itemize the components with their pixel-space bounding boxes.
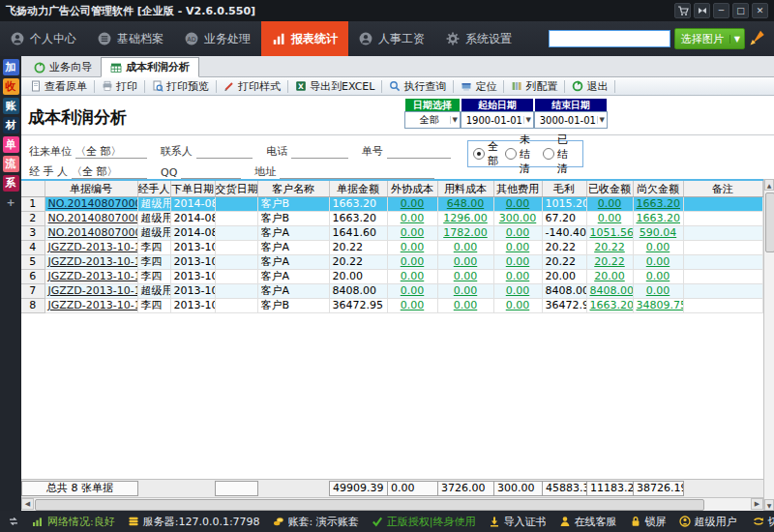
cell-received[interactable]: 1051.56	[586, 226, 633, 241]
cell-other_cost[interactable]: 0.00	[493, 299, 542, 313]
cell-out_cost[interactable]: 0.00	[387, 212, 437, 226]
sidebar-item-system[interactable]: 系	[3, 175, 19, 192]
cell-material_cost[interactable]: 0.00	[437, 299, 493, 313]
status-online-service[interactable]: 在线客服	[559, 515, 617, 529]
column-header-received[interactable]: 已收金额	[586, 181, 633, 197]
status-switch-user[interactable]: 切换用户	[753, 515, 774, 529]
phone-field[interactable]	[291, 144, 348, 159]
column-header-order_date[interactable]: 下单日期	[170, 181, 215, 197]
column-header-no[interactable]	[21, 181, 45, 197]
contact-field[interactable]	[196, 144, 253, 159]
cell-material_cost[interactable]: 0.00	[437, 270, 493, 284]
cell-material_cost[interactable]: 0.00	[437, 284, 493, 299]
nav-tab-base-archives[interactable]: 基础档案	[87, 21, 174, 56]
radio-全部[interactable]	[473, 148, 485, 160]
cell-material_cost[interactable]: 1782.00	[437, 226, 493, 241]
cell-out_cost[interactable]: 0.00	[387, 299, 437, 313]
cell-id[interactable]: NO.201408070003	[45, 197, 137, 212]
column-header-other_cost[interactable]: 其他费用	[493, 181, 542, 197]
nav-tab-business-process[interactable]: AD业务处理	[174, 21, 261, 56]
vertical-scroll-thumb[interactable]	[765, 192, 774, 252]
chevron-down-icon[interactable]: ▼	[523, 116, 531, 124]
radio-未结清[interactable]	[505, 148, 517, 160]
titlebar-close-button[interactable]: ✕	[752, 3, 768, 18]
table-row[interactable]: 3NO.201408070001超级用2014-08-0客户A1641.600.…	[21, 226, 762, 241]
cell-received[interactable]: 0.00	[586, 197, 633, 212]
table-row[interactable]: 5JGZZD-2013-10-14-008李四2013-10-1客户A20.22…	[21, 255, 762, 270]
cell-received[interactable]: 20.00	[586, 270, 633, 284]
column-header-delivery_date[interactable]: 交货日期	[215, 181, 257, 197]
cell-owed[interactable]: 1663.20	[633, 212, 683, 226]
cell-owed[interactable]: 0.00	[633, 241, 683, 255]
cell-out_cost[interactable]: 0.00	[387, 197, 437, 212]
cell-other_cost[interactable]: 0.00	[493, 255, 542, 270]
cell-owed[interactable]: 0.00	[633, 270, 683, 284]
status-import-cert[interactable]: 导入证书	[489, 515, 547, 529]
sidebar-item-account[interactable]: 账	[3, 98, 19, 114]
status-lock-screen[interactable]: 锁屏	[630, 515, 667, 529]
horn-icon[interactable]	[749, 29, 766, 49]
tab-cost-profit-analysis[interactable]: 成本利润分析	[101, 57, 199, 77]
cell-id[interactable]: NO.201408070001	[45, 226, 137, 241]
cell-received[interactable]: 1663.20	[586, 299, 633, 313]
counterparty-field[interactable]: 〈全 部〉	[75, 144, 147, 159]
cell-out_cost[interactable]: 0.00	[387, 284, 437, 299]
column-header-customer[interactable]: 客户名称	[257, 181, 329, 197]
table-row[interactable]: 1NO.201408070003超级用2014-08-0客户B1663.200.…	[21, 197, 762, 212]
column-header-handler[interactable]: 经手人	[137, 181, 170, 197]
scroll-left-arrow[interactable]: ◀	[21, 498, 34, 510]
column-header-note[interactable]: 备注	[683, 181, 762, 197]
start-date-combobox[interactable]: 1900-01-01▼	[461, 111, 534, 129]
sidebar-item-receive[interactable]: 收	[3, 78, 19, 95]
horizontal-scrollbar[interactable]: ◀ ▶	[21, 497, 763, 511]
column-header-owed[interactable]: 尚欠金额	[633, 181, 683, 197]
print-button[interactable]: 打印	[97, 78, 142, 94]
nav-tab-report-statistics[interactable]: 报表统计	[261, 21, 348, 56]
vertical-scrollbar[interactable]: ▲ ▼	[763, 179, 774, 511]
export-excel-button[interactable]: X导出到EXCEL	[290, 78, 379, 94]
sidebar-item-flow[interactable]: 流	[3, 156, 19, 172]
handler-field[interactable]: 〈全 部〉	[72, 164, 147, 179]
cell-owed[interactable]: 0.00	[633, 255, 683, 270]
cell-material_cost[interactable]: 648.00	[437, 197, 493, 212]
image-search-input[interactable]	[549, 30, 670, 47]
cell-owed[interactable]: 590.04	[633, 226, 683, 241]
titlebar-minimize-button[interactable]: ─	[713, 3, 729, 18]
cell-other_cost[interactable]: 0.00	[493, 197, 542, 212]
tab-business-wizard[interactable]: 业务向导	[25, 58, 101, 76]
cell-received[interactable]: 8408.00	[586, 284, 633, 299]
table-row[interactable]: 2NO.201408070002超级用2014-08-0客户B1663.200.…	[21, 212, 762, 226]
locate-button[interactable]: 定位	[456, 78, 501, 94]
cell-other_cost[interactable]: 300.00	[493, 212, 542, 226]
cell-owed[interactable]: 1663.20	[633, 197, 683, 212]
titlebar-bow-button[interactable]	[694, 3, 710, 18]
cell-id[interactable]: JGZZD-2013-10-14-008	[45, 255, 137, 270]
sidebar-item-plus[interactable]: +	[3, 194, 19, 211]
cell-other_cost[interactable]: 0.00	[493, 284, 542, 299]
radio-已结清[interactable]	[543, 148, 554, 160]
table-row[interactable]: 6JGZZD-2013-10-14-007李四2013-10-1客户A20.00…	[21, 270, 762, 284]
cell-id[interactable]: JGZZD-2013-10-14-007	[45, 270, 137, 284]
run-query-button[interactable]: 执行查询	[384, 78, 451, 94]
cell-id[interactable]: JGZZD-2013-10-14-004	[45, 284, 137, 299]
cell-material_cost[interactable]: 0.00	[437, 241, 493, 255]
cell-owed[interactable]: 0.00	[633, 284, 683, 299]
cell-out_cost[interactable]: 0.00	[387, 226, 437, 241]
scroll-down-arrow[interactable]: ▼	[764, 499, 774, 511]
nav-tab-system-settings[interactable]: 系统设置	[435, 21, 522, 56]
cell-other_cost[interactable]: 0.00	[493, 270, 542, 284]
table-row[interactable]: 7JGZZD-2013-10-14-004超级用2013-10-1客户A8408…	[21, 284, 762, 299]
qq-field[interactable]	[181, 164, 241, 179]
cell-other_cost[interactable]: 0.00	[493, 241, 542, 255]
column-header-profit[interactable]: 毛利	[542, 181, 586, 197]
select-image-button[interactable]: 选择图片 ▼	[674, 28, 745, 49]
print-style-button[interactable]: 打印样式	[219, 78, 285, 94]
cell-owed[interactable]: 34809.75	[633, 299, 683, 313]
cell-out_cost[interactable]: 0.00	[387, 241, 437, 255]
order-no-field[interactable]	[387, 144, 451, 159]
status-sync[interactable]	[8, 515, 19, 529]
cell-id[interactable]: NO.201408070002	[45, 212, 137, 226]
date-select-combobox[interactable]: 全部▼	[404, 111, 461, 129]
horizontal-scroll-thumb[interactable]	[35, 499, 704, 511]
print-preview-button[interactable]: 打印预览	[147, 78, 214, 94]
